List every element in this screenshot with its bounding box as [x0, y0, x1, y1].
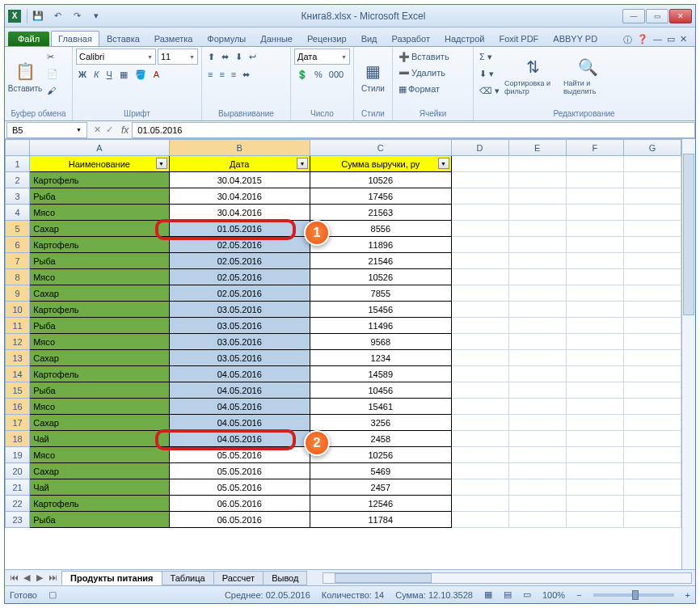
- formula-input[interactable]: 01.05.2016: [132, 122, 695, 138]
- enter-formula-icon[interactable]: ✓: [106, 125, 113, 135]
- find-select-button[interactable]: 🔍 Найти и выделить: [563, 49, 612, 102]
- format-painter-button[interactable]: 🖌: [44, 82, 61, 99]
- cell-empty[interactable]: [623, 415, 681, 431]
- cell-sum[interactable]: 21546: [310, 253, 452, 269]
- cell-empty[interactable]: [451, 285, 508, 302]
- filter-icon[interactable]: ▼: [297, 158, 308, 169]
- row-header[interactable]: 2: [6, 172, 30, 188]
- row-header[interactable]: 3: [6, 188, 30, 205]
- number-format-combo[interactable]: Дата▼: [294, 49, 350, 65]
- cell-name[interactable]: Мясо: [30, 399, 169, 415]
- cell-date[interactable]: 04.05.2016: [169, 382, 310, 399]
- row-header[interactable]: 14: [6, 366, 30, 382]
- minimize-button[interactable]: —: [622, 9, 645, 23]
- table-header-name[interactable]: Наименование▼: [30, 156, 169, 172]
- cell-empty[interactable]: [508, 302, 566, 318]
- cell-sum[interactable]: 10526: [310, 269, 452, 285]
- cell-name[interactable]: Чай: [30, 479, 169, 496]
- cell-empty[interactable]: [451, 415, 508, 431]
- doc-min-icon[interactable]: —: [653, 34, 662, 46]
- cell-name[interactable]: Картофель: [30, 172, 169, 188]
- cell-date[interactable]: 06.05.2016: [169, 512, 310, 528]
- font-name-combo[interactable]: Calibri▼: [76, 49, 156, 65]
- cell-empty[interactable]: [451, 205, 508, 221]
- cell-empty[interactable]: [623, 463, 681, 479]
- cell-empty[interactable]: [451, 334, 508, 350]
- align-top-button[interactable]: ⬆: [205, 49, 217, 65]
- cell-sum[interactable]: 10456: [310, 382, 452, 399]
- align-mid-button[interactable]: ⬌: [219, 49, 231, 65]
- col-header-F[interactable]: F: [566, 140, 623, 156]
- cell-date[interactable]: 03.05.2016: [169, 318, 310, 334]
- cell-name[interactable]: Рыба: [30, 382, 169, 399]
- font-size-combo[interactable]: 11▼: [158, 49, 198, 65]
- cell-sum[interactable]: 11496: [310, 318, 452, 334]
- cell-empty[interactable]: [508, 512, 566, 528]
- zoom-level[interactable]: 100%: [542, 590, 565, 600]
- tab-review[interactable]: Рецензир: [300, 31, 354, 46]
- cell-empty[interactable]: [508, 221, 566, 237]
- select-all-corner[interactable]: [6, 140, 30, 156]
- border-button[interactable]: ▦: [117, 66, 130, 82]
- cell-sum[interactable]: 17456: [310, 188, 452, 205]
- sort-filter-button[interactable]: ⇅ Сортировка и фильтр: [504, 49, 561, 102]
- cell-empty[interactable]: [451, 512, 508, 528]
- table-header-date[interactable]: Дата▼: [169, 156, 310, 172]
- cell-empty[interactable]: [451, 479, 508, 496]
- cell-sum[interactable]: 11896: [310, 237, 452, 253]
- col-header-C[interactable]: C: [310, 140, 452, 156]
- cell-name[interactable]: Рыба: [30, 188, 169, 205]
- cell-empty[interactable]: [566, 463, 623, 479]
- cell-empty[interactable]: [451, 302, 508, 318]
- cell-empty[interactable]: [623, 285, 681, 302]
- cell-name[interactable]: Рыба: [30, 253, 169, 269]
- cell-name[interactable]: Сахар: [30, 285, 169, 302]
- cell-date[interactable]: 30.04.2016: [169, 205, 310, 221]
- cell-name[interactable]: Мясо: [30, 447, 169, 463]
- cell-date[interactable]: 04.05.2016: [169, 415, 310, 431]
- cell-sum[interactable]: 14589: [310, 366, 452, 382]
- cell-date[interactable]: 02.05.2016: [169, 237, 310, 253]
- cell-empty[interactable]: [623, 479, 681, 496]
- cell-sum[interactable]: 2457: [310, 479, 452, 496]
- cell-sum[interactable]: 9568: [310, 334, 452, 350]
- cell-empty[interactable]: [451, 269, 508, 285]
- cell-empty[interactable]: [566, 285, 623, 302]
- col-header-A[interactable]: A: [30, 140, 169, 156]
- cell-empty[interactable]: [566, 447, 623, 463]
- row-header[interactable]: 5: [6, 221, 30, 237]
- cell-empty[interactable]: [623, 269, 681, 285]
- row-header[interactable]: 21: [6, 479, 30, 496]
- cell-empty[interactable]: [451, 382, 508, 399]
- cell-name[interactable]: Картофель: [30, 237, 169, 253]
- sheet-nav-first[interactable]: ⏮: [8, 572, 19, 583]
- cell-name[interactable]: Картофель: [30, 302, 169, 318]
- cell-empty[interactable]: [508, 382, 566, 399]
- qat-customize[interactable]: ▾: [88, 8, 104, 24]
- cell-name[interactable]: Картофель: [30, 496, 169, 512]
- cell-name[interactable]: Сахар: [30, 415, 169, 431]
- doc-restore-icon[interactable]: ▭: [667, 34, 675, 46]
- cell-empty[interactable]: [508, 366, 566, 382]
- cell-date[interactable]: 02.05.2016: [169, 285, 310, 302]
- cell-empty[interactable]: [566, 479, 623, 496]
- underline-button[interactable]: Ч: [103, 66, 114, 82]
- cancel-formula-icon[interactable]: ✕: [94, 125, 101, 135]
- cell-empty[interactable]: [623, 302, 681, 318]
- cell-empty[interactable]: [508, 205, 566, 221]
- name-box[interactable]: B5▼: [6, 122, 87, 138]
- save-button[interactable]: 💾: [30, 8, 46, 24]
- sheet-tab[interactable]: Вывод: [263, 571, 307, 585]
- cell-sum[interactable]: 5469: [310, 463, 452, 479]
- row-header[interactable]: 8: [6, 269, 30, 285]
- cell-sum[interactable]: 1234: [310, 350, 452, 366]
- row-header[interactable]: 1: [6, 156, 30, 172]
- sheet-nav-prev[interactable]: ◀: [21, 572, 32, 583]
- tab-formulas[interactable]: Формулы: [200, 31, 253, 46]
- cell-sum[interactable]: 11784: [310, 512, 452, 528]
- cell-empty[interactable]: [623, 188, 681, 205]
- cell-name[interactable]: Сахар: [30, 221, 169, 237]
- cell-empty[interactable]: [451, 350, 508, 366]
- cell-empty[interactable]: [566, 382, 623, 399]
- cell-sum[interactable]: 15456: [310, 302, 452, 318]
